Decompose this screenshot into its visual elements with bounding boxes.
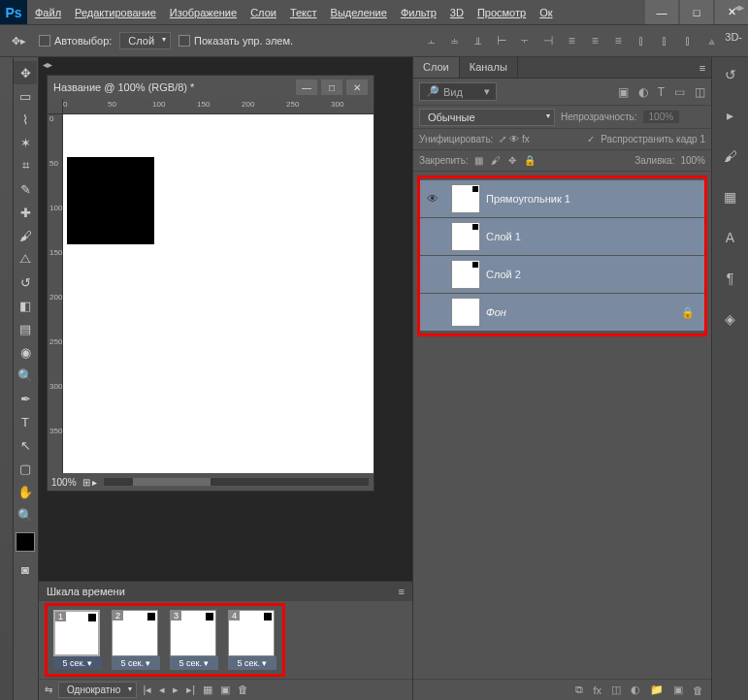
menu-text[interactable]: Текст [290, 7, 317, 18]
loop-toggle-icon[interactable]: ⇆ [45, 684, 52, 695]
layer-row[interactable]: Слой 2 [420, 256, 704, 293]
adjustment-layer-icon[interactable]: ◐ [631, 684, 640, 696]
frame-2[interactable]: 2 5 сек. ▾ [112, 610, 160, 670]
distribute-bottom-icon[interactable]: ≡ [608, 31, 628, 50]
align-left-icon[interactable]: ⊢ [492, 31, 511, 50]
zoom-tool[interactable]: 🔍 [14, 503, 37, 526]
align-bottom-icon[interactable]: ⫫ [469, 31, 488, 50]
brush-panel-icon[interactable]: 🖌 [719, 144, 742, 168]
layer-thumbnail[interactable] [451, 222, 480, 251]
hand-tool[interactable]: ✋ [14, 480, 37, 503]
marquee-tool[interactable]: ▭ [14, 84, 37, 108]
filter-shape-icon[interactable]: ▭ [674, 85, 685, 99]
delete-frame-button[interactable]: 🗑 [238, 684, 248, 696]
swatches-panel-icon[interactable]: ▦ [719, 185, 742, 208]
layer-style-icon[interactable]: fx [593, 684, 602, 696]
new-frame-button[interactable]: ▣ [220, 684, 230, 696]
menu-window[interactable]: Ок [539, 7, 552, 18]
timeline-header[interactable]: Шкала времени ≡ [39, 582, 412, 601]
doc-info-icon[interactable]: ⊞ ▸ [82, 477, 98, 488]
filter-text-icon[interactable]: T [658, 85, 665, 99]
eraser-tool[interactable]: ◧ [14, 294, 37, 317]
text-tool[interactable]: T [14, 410, 37, 433]
frame-duration[interactable]: 5 сек. ▾ [228, 656, 276, 670]
lock-pixels-icon[interactable]: ▦ [474, 155, 483, 166]
layer-row[interactable]: Слой 1 [420, 218, 704, 255]
healing-tool[interactable]: ✚ [14, 201, 37, 224]
frame-1[interactable]: 1 5 сек. ▾ [53, 610, 102, 670]
align-right-icon[interactable]: ⊣ [538, 31, 558, 50]
align-vcenter-icon[interactable]: ⫨ [445, 31, 465, 50]
menu-3d[interactable]: 3D [450, 7, 464, 18]
crop-tool[interactable]: ⌗ [14, 154, 37, 177]
opacity-value[interactable]: 100% [643, 111, 680, 123]
layer-name[interactable]: Слой 1 [486, 231, 704, 242]
layer-thumbnail[interactable] [451, 184, 480, 213]
minimize-button[interactable]: — [645, 0, 678, 24]
foreground-color[interactable] [16, 532, 35, 552]
shape-tool[interactable]: ▢ [14, 457, 37, 480]
lock-position-icon[interactable]: ✥ [508, 155, 516, 166]
unify-position-icon[interactable]: ⤢ [499, 134, 506, 144]
align-top-icon[interactable]: ⫠ [422, 31, 441, 50]
menu-select[interactable]: Выделение [331, 7, 387, 18]
path-select-tool[interactable]: ↖ [14, 433, 37, 457]
magic-wand-tool[interactable]: ✶ [14, 131, 37, 154]
visibility-toggle[interactable]: 👁 [420, 192, 445, 206]
3d-panel-icon[interactable]: ◈ [719, 307, 742, 331]
blur-tool[interactable]: ◉ [14, 340, 37, 364]
tween-button[interactable]: ▦ [203, 684, 212, 696]
layer-row[interactable]: Фон 🔒 [420, 294, 704, 331]
autoselect-checkbox[interactable]: Автовыбор: [39, 35, 112, 47]
link-layers-icon[interactable]: ⧉ [575, 684, 583, 696]
frame-duration[interactable]: 5 сек. ▾ [53, 656, 102, 670]
move-tool[interactable]: ✥ [14, 61, 37, 84]
quick-mask-tool[interactable]: ◙ [14, 557, 37, 581]
layer-name[interactable]: Фон [486, 306, 681, 318]
tab-channels[interactable]: Каналы [460, 57, 518, 78]
checkbox-icon[interactable] [39, 35, 50, 47]
horizontal-scrollbar[interactable] [103, 477, 370, 487]
filter-smart-icon[interactable]: ◫ [695, 85, 705, 99]
distribute-h-icon[interactable]: ⫿ [655, 31, 674, 50]
brush-tool[interactable]: 🖌 [14, 224, 37, 247]
unify-style-icon[interactable]: fx [522, 134, 530, 144]
doc-close-button[interactable]: ✕ [346, 80, 368, 95]
panel-menu-icon[interactable]: ≡ [399, 586, 405, 597]
layer-thumbnail[interactable] [451, 298, 480, 327]
frame-3[interactable]: 3 5 сек. ▾ [170, 610, 218, 670]
prev-frame-button[interactable]: ◂ [159, 684, 165, 696]
loop-dropdown[interactable]: Однократно [58, 682, 137, 698]
tab-layers[interactable]: Слои [413, 57, 460, 78]
history-panel-icon[interactable]: ↺ [719, 63, 742, 86]
clone-tool[interactable]: ⧍ [14, 247, 37, 270]
blend-mode-dropdown[interactable]: Обычные [419, 109, 555, 126]
unify-visibility-icon[interactable]: 👁 [509, 134, 519, 144]
menu-filter[interactable]: Фильтр [401, 7, 437, 18]
zoom-level[interactable]: 100% [51, 477, 77, 488]
pen-tool[interactable]: ✒ [14, 387, 37, 410]
next-frame-button[interactable]: ▸| [186, 684, 195, 696]
history-brush-tool[interactable]: ↺ [14, 270, 37, 294]
layer-name[interactable]: Прямоугольник 1 [486, 193, 704, 205]
canvas[interactable] [63, 114, 374, 473]
propagate-label[interactable]: Распространить кадр 1 [601, 134, 705, 144]
frame-4[interactable]: 4 5 сек. ▾ [228, 610, 276, 670]
dodge-tool[interactable]: 🔍 [14, 364, 37, 387]
delete-layer-icon[interactable]: 🗑 [693, 684, 703, 696]
group-icon[interactable]: 📁 [650, 684, 664, 696]
distribute-top-icon[interactable]: ≡ [562, 31, 581, 50]
first-frame-button[interactable]: |◂ [143, 684, 151, 696]
lock-image-icon[interactable]: 🖌 [491, 155, 501, 166]
autoselect-mode-dropdown[interactable]: Слой [119, 32, 171, 49]
layer-row[interactable]: 👁 Прямоугольник 1 [420, 180, 704, 217]
filter-type-dropdown[interactable]: 🔎 Вид ▾ [419, 82, 497, 101]
doc-minimize-button[interactable]: — [296, 80, 317, 95]
align-hcenter-icon[interactable]: ⫟ [515, 31, 535, 50]
distribute-v-icon[interactable]: ≡ [585, 31, 604, 50]
panel-menu-icon[interactable]: ≡ [694, 57, 711, 78]
new-layer-icon[interactable]: ▣ [673, 684, 683, 696]
menu-view[interactable]: Просмотр [477, 7, 526, 18]
actions-panel-icon[interactable]: ▸ [719, 104, 742, 127]
layer-thumbnail[interactable] [451, 260, 480, 289]
